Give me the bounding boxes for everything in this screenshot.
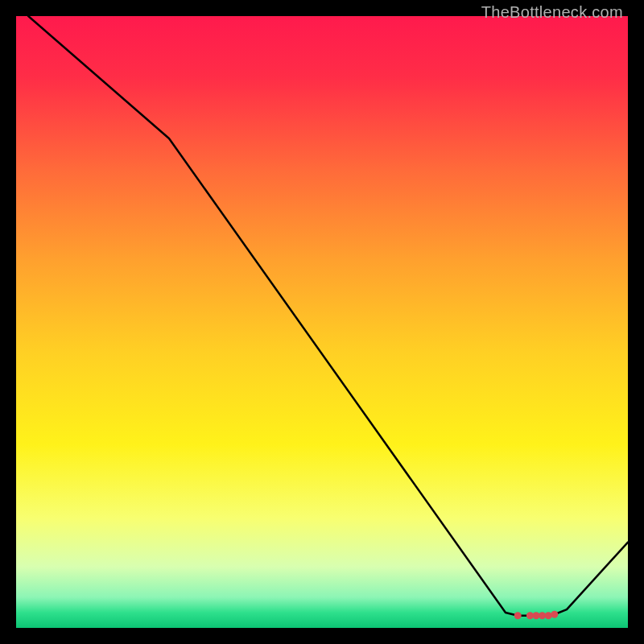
optimum-markers [514,611,559,620]
optimum-marker [545,612,552,619]
watermark-text: TheBottleneck.com [481,3,623,22]
optimum-marker [514,612,522,619]
chart-container: TheBottleneck.com [0,0,644,644]
plot-area [16,16,628,628]
bottleneck-curve [16,16,628,616]
optimum-marker [551,611,558,618]
curve-layer [16,16,628,628]
